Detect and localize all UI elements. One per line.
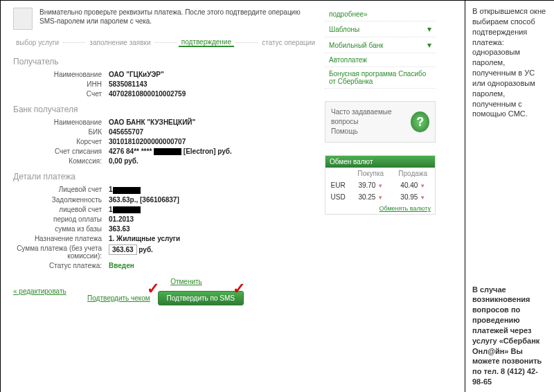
arrow-down-icon: ▼ (420, 183, 425, 189)
sidebar-templates[interactable]: Шаблоны▾ (325, 21, 436, 37)
arrow-down-icon: ▼ (377, 183, 383, 189)
section-bank: Банк получателя (13, 105, 318, 114)
sidebar-more[interactable]: подробнее» (325, 8, 436, 21)
faq-box[interactable]: Часто задаваемые вопросыПомощь ? (325, 101, 436, 143)
lbl: Наименование (13, 71, 109, 78)
edit-link[interactable]: « редактировать (13, 287, 66, 295)
arrow-down-icon: ▼ (377, 195, 383, 201)
sidebar-autopay[interactable]: Автоплатеж (325, 53, 436, 67)
notice-text: Внимательно проверьте реквизиты платежа.… (39, 8, 318, 26)
recipient-acct: 40702810800010002759 (109, 90, 186, 98)
fee: 0,00 руб. (109, 157, 138, 165)
step-4: статус операции (259, 39, 318, 46)
status: Введен (109, 262, 134, 269)
step-2: заполнение заявки (87, 39, 153, 46)
lbl: БИК (13, 128, 109, 136)
purpose: 1. Жилищные услуги (109, 235, 180, 242)
confirm-cheque-link[interactable]: Подтвердить чеком (87, 294, 150, 302)
lbl: период оплаты (13, 215, 109, 223)
lbl: Наименование (13, 118, 109, 126)
table-row: USD30.25 ▼30.95 ▼ (325, 191, 435, 203)
section-details: Детали платежа (13, 172, 318, 181)
instruction-bottom: В случае возникновения вопросов по прове… (472, 285, 548, 387)
account1: 1 (109, 186, 141, 193)
currency-table: ПокупкаПродажа EUR39.70 ▼40.40 ▼ USD30.2… (325, 168, 435, 203)
recipient-inn: 5835081143 (109, 80, 148, 88)
lbl: ИНН (13, 80, 109, 88)
base-sum: 363.63 (109, 225, 130, 233)
card-number: 4276 84** **** [Electron] руб. (109, 148, 232, 155)
period: 01.2013 (109, 215, 134, 223)
currency-header: Обмен валют (325, 156, 435, 168)
table-row: EUR39.70 ▼40.40 ▼ (325, 179, 435, 191)
bank-name: ОАО БАНК "КУЗНЕЦКИЙ" (109, 118, 195, 126)
recipient-name: ОАО "ГЦКиУЭР" (109, 71, 164, 78)
lbl: Назначение платежа (13, 235, 109, 242)
cancel-link[interactable]: Отменить (170, 278, 202, 285)
bank-korr: 30101810200000000707 (109, 138, 186, 145)
step-bar: выбор услуги заполнение заявки подтвержд… (13, 38, 318, 47)
sidebar-bonus[interactable]: Бонусная программа Спасибо от Сбербанка (325, 67, 436, 89)
chevron-down-icon: ▾ (427, 40, 431, 50)
amount: 363.63 руб. (109, 244, 153, 260)
step-1: выбор услуги (13, 39, 62, 46)
debt: 363.63р., [366106837] (109, 196, 179, 204)
faq-label: Часто задаваемые вопросы (331, 107, 411, 127)
instruction-top: В открывшемся окне выбираем способ подтв… (472, 6, 548, 119)
lbl: Лицевой счет (13, 186, 109, 193)
help-label: Помощь (331, 127, 411, 136)
col-buy: Покупка (350, 168, 391, 179)
chevron-down-icon: ▾ (427, 24, 431, 34)
bank-bik: 045655707 (109, 128, 143, 136)
redacted-icon (113, 206, 141, 213)
lbl: Сумма платежа (без учета комиссии): (13, 244, 109, 260)
col-sell: Продажа (391, 168, 435, 179)
receipt-icon (13, 8, 33, 30)
lbl: Задолженность (13, 196, 109, 204)
lbl: лицевой счет (13, 206, 109, 213)
redacted-icon (113, 187, 141, 194)
account2: 1 (109, 206, 141, 213)
question-icon: ? (411, 112, 429, 132)
exchange-link[interactable]: Обменять валюту (325, 203, 435, 214)
lbl: Счет (13, 90, 109, 98)
sidebar-mobile-bank[interactable]: Мобильный банк▾ (325, 37, 436, 53)
section-recipient: Получатель (13, 57, 318, 66)
lbl: Счет списания (13, 148, 109, 155)
lbl: Комиссия: (13, 157, 109, 165)
lbl: Статус платежа: (13, 262, 109, 269)
arrow-down-icon: ▼ (420, 195, 425, 201)
step-3: подтверждение (179, 38, 234, 47)
lbl: Корсчет (13, 138, 109, 145)
redacted-icon (154, 148, 181, 155)
confirm-sms-button[interactable]: Подтвердить по SMS (158, 291, 244, 305)
lbl: сумма из базы (13, 225, 109, 233)
